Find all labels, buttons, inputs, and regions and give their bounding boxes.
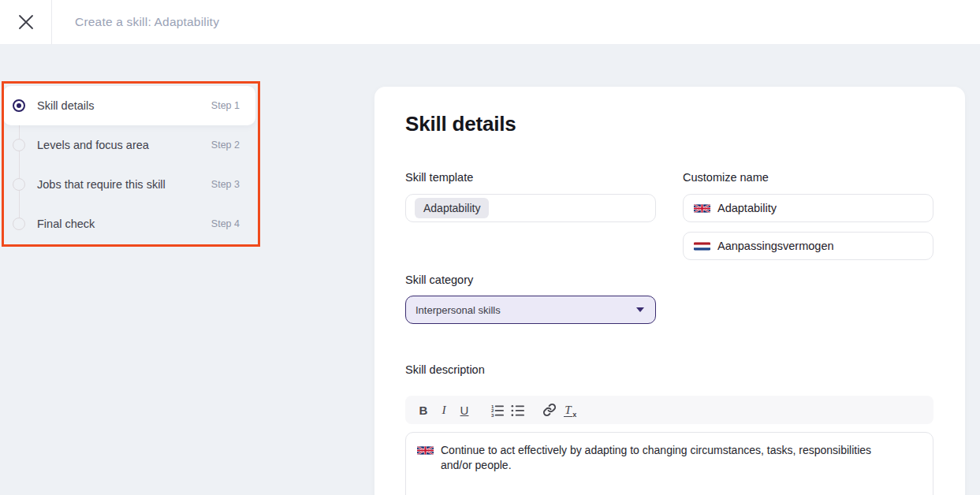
- skill-template-label: Skill template: [405, 171, 473, 184]
- close-button[interactable]: [0, 0, 52, 44]
- skill-description-label: Skill description: [405, 363, 485, 376]
- skill-description-text: Continue to act effectively by adapting …: [441, 443, 901, 472]
- step-label: Jobs that require this skill: [37, 178, 166, 191]
- name-value-english: Adaptability: [717, 202, 777, 214]
- step-number: Step 4: [211, 218, 240, 229]
- step-label: Skill details: [37, 99, 95, 112]
- bullet-list-icon: [510, 403, 525, 418]
- radio-unselected-icon: [13, 178, 25, 191]
- radio-unselected-icon: [13, 139, 25, 151]
- step-item-jobs-require-skill[interactable]: Jobs that require this skill Step 3: [3, 165, 255, 204]
- skill-category-select[interactable]: Interpersonal skills: [405, 296, 656, 324]
- step-label: Final check: [37, 218, 95, 230]
- step-label: Levels and focus area: [37, 139, 149, 151]
- richtext-toolbar: B I U 123: [405, 396, 933, 424]
- skill-details-card: Skill details Skill template Adaptabilit…: [374, 87, 965, 495]
- page-body: Skill details Step 1 Levels and focus ar…: [0, 45, 980, 495]
- italic-button[interactable]: I: [434, 399, 454, 421]
- skill-description-editor[interactable]: Continue to act effectively by adapting …: [405, 432, 933, 495]
- stepper-nav: Skill details Step 1 Levels and focus ar…: [3, 86, 255, 244]
- bullet-list-button[interactable]: [507, 399, 527, 421]
- uk-flag-icon: [417, 445, 434, 456]
- skill-template-input[interactable]: Adaptability: [405, 194, 656, 222]
- clear-formatting-button[interactable]: Tx: [560, 399, 580, 421]
- step-item-final-check[interactable]: Final check Step 4: [3, 204, 255, 244]
- radio-unselected-icon: [13, 218, 25, 230]
- close-icon: [16, 12, 36, 32]
- step-item-levels-focus-area[interactable]: Levels and focus area Step 2: [3, 125, 255, 165]
- svg-text:3: 3: [490, 412, 494, 418]
- name-input-english[interactable]: Adaptability: [683, 194, 933, 222]
- name-input-dutch[interactable]: Aanpassingsvermogen: [683, 232, 933, 260]
- radio-selected-icon: [13, 99, 25, 112]
- ordered-list-button[interactable]: 123: [486, 399, 507, 421]
- step-number: Step 2: [211, 140, 240, 151]
- page-title: Create a skill: Adaptability: [52, 0, 219, 44]
- nl-flag-icon: [694, 240, 710, 252]
- card-title: Skill details: [405, 112, 516, 136]
- bold-button[interactable]: B: [413, 399, 434, 421]
- skill-category-value: Interpersonal skills: [415, 304, 501, 316]
- uk-flag-icon: [694, 203, 710, 214]
- ordered-list-icon: 123: [490, 403, 505, 418]
- link-icon: [542, 403, 557, 417]
- link-button[interactable]: [539, 399, 560, 421]
- clear-formatting-icon: Tx: [564, 404, 576, 417]
- skill-category-label: Skill category: [405, 274, 473, 286]
- step-item-skill-details[interactable]: Skill details Step 1: [3, 86, 255, 125]
- customize-name-label: Customize name: [683, 171, 769, 184]
- chevron-down-icon: [636, 307, 644, 312]
- top-bar: Create a skill: Adaptability: [0, 0, 980, 45]
- step-number: Step 1: [211, 100, 240, 111]
- underline-button[interactable]: U: [454, 399, 475, 421]
- name-value-dutch: Aanpassingsvermogen: [717, 240, 834, 252]
- step-number: Step 3: [211, 179, 240, 190]
- skill-template-chip[interactable]: Adaptability: [415, 198, 489, 218]
